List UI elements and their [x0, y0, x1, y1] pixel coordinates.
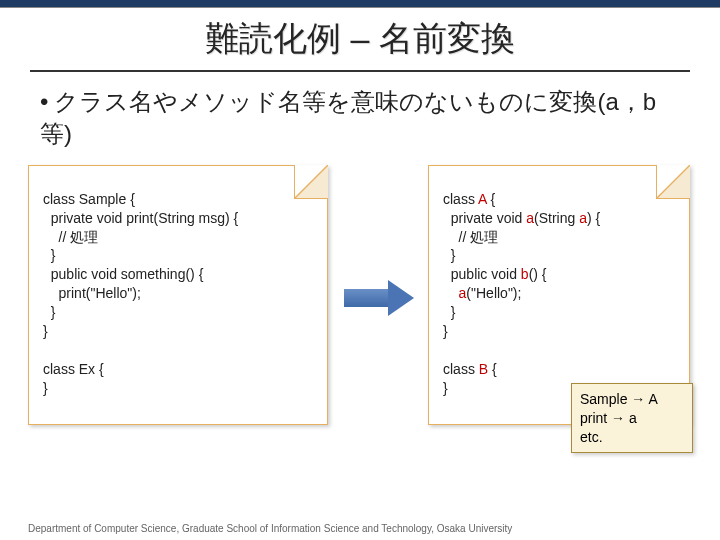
code-obfuscated: class A { private void a(String a) { // …	[429, 166, 689, 410]
mapping-line-1: Sample → A	[580, 390, 684, 409]
content-stage: class Sample { private void print(String…	[28, 165, 692, 465]
mapping-note: Sample → A print → a etc.	[571, 383, 693, 454]
page-fold-icon	[294, 165, 328, 199]
page-fold-icon	[656, 165, 690, 199]
bullet-text: •クラス名やメソッド名等を意味のないものに変換(a，b等)	[40, 86, 680, 151]
bullet-content: クラス名やメソッド名等を意味のないものに変換(a，b等)	[40, 88, 656, 147]
mapping-line-3: etc.	[580, 428, 684, 447]
slide-title: 難読化例 – 名前変換	[0, 16, 720, 62]
mapping-line-2: print → a	[580, 409, 684, 428]
bullet-dot: •	[40, 88, 48, 115]
title-underline	[30, 70, 690, 72]
top-accent-bar	[0, 0, 720, 8]
code-original: class Sample { private void print(String…	[29, 166, 327, 410]
footer-text: Department of Computer Science, Graduate…	[28, 523, 512, 534]
arrow-right-icon	[344, 280, 414, 316]
code-box-original: class Sample { private void print(String…	[28, 165, 328, 425]
